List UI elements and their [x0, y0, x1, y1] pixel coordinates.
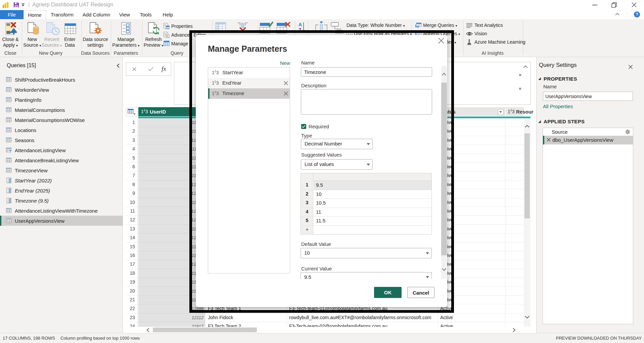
svg-text:?: ?	[9, 149, 11, 153]
svg-text:A: A	[298, 22, 302, 27]
